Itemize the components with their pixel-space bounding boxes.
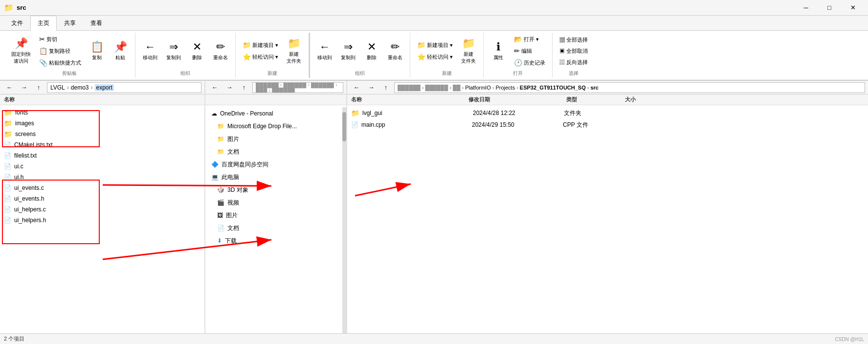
maximize-button[interactable]: □: [818, 0, 841, 16]
picture-icon: 🖼: [217, 212, 223, 219]
middle-up-button[interactable]: ↑: [238, 82, 250, 93]
new-item-label-left: 新建项目 ▾: [252, 42, 278, 49]
middle-back-button[interactable]: ←: [208, 82, 221, 93]
new-item-button-right[interactable]: 📁 新建项目 ▾: [414, 40, 456, 50]
nav-item-video[interactable]: 🎬 视频: [205, 196, 342, 209]
invert-select-button[interactable]: ▤ 反向选择: [556, 57, 591, 68]
delete-button-r[interactable]: ✕ 删除: [361, 36, 382, 66]
list-item[interactable]: 📄 ui_helpers.c: [0, 204, 204, 215]
cut-button[interactable]: ✂ 剪切: [36, 34, 84, 45]
nav-item-picture[interactable]: 🖼 图片: [205, 209, 342, 222]
nav-item-label: 图片: [227, 135, 239, 143]
tab-home[interactable]: 主页: [30, 16, 57, 31]
copy-to-icon: ⇒: [169, 41, 178, 53]
right-path-sep5: ›: [516, 85, 518, 91]
pin-button[interactable]: 📌 固定到快速访问: [8, 36, 34, 66]
list-item[interactable]: 📁 images: [0, 118, 204, 129]
tab-share[interactable]: 共享: [57, 16, 83, 31]
close-button[interactable]: ✕: [842, 0, 864, 16]
right-file-list[interactable]: 📁 lvgl_gui 2024/4/28 12:22 文件夹 📄 main.cp…: [347, 105, 868, 339]
open-label: 打开 ▾: [524, 36, 539, 43]
rename-button[interactable]: ✏ 重命名: [210, 36, 231, 66]
nav-item-label: 文档: [227, 148, 239, 156]
list-item[interactable]: 📄 CMakeLists.txt: [0, 139, 204, 150]
nav-item-label: 此电脑: [222, 173, 239, 182]
table-row[interactable]: 📁 lvgl_gui 2024/4/28 12:22 文件夹: [347, 107, 868, 119]
docs-folder-icon: 📁: [217, 148, 224, 155]
right-forward-button[interactable]: →: [365, 82, 378, 93]
left-forward-button[interactable]: →: [18, 82, 30, 93]
col-header-date[interactable]: 修改日期: [468, 96, 556, 103]
nav-item-pc[interactable]: 💻 此电脑: [205, 171, 342, 183]
right-up-button[interactable]: ↑: [379, 82, 392, 93]
copy-button[interactable]: 📋 复制: [86, 36, 108, 66]
move-to-icon-r: ←: [319, 41, 330, 53]
move-to-button[interactable]: ← 移动到: [139, 36, 161, 66]
left-back-button[interactable]: ←: [3, 82, 16, 93]
nav-item-3d[interactable]: 🎲 3D 对象: [205, 183, 342, 196]
nav-item-onedrive[interactable]: ☁ OneDrive - Personal: [205, 107, 342, 120]
copy-to-button[interactable]: ⇒ 复制到: [163, 36, 184, 66]
delete-icon: ✕: [193, 41, 201, 53]
nav-item-label: 视频: [227, 199, 239, 207]
paste-shortcut-button[interactable]: 📎 粘贴快捷方式: [36, 57, 84, 68]
nav-item-pics[interactable]: 📁 图片: [205, 133, 342, 145]
left-file-list[interactable]: 📁 fonts 📁 images 📁 screens 📄 CMakeLists.…: [0, 105, 204, 339]
middle-forward-button[interactable]: →: [223, 82, 236, 93]
new-folder-icon: 📁: [288, 37, 301, 50]
document-icon: 📄: [217, 225, 224, 231]
new-item-button-left[interactable]: 📁 新建项目 ▾: [240, 40, 281, 50]
table-row[interactable]: 📄 main.cpp 2024/4/29 15:50 CPP 文件: [347, 119, 868, 131]
new-folder-button[interactable]: 📁 新建文件夹: [283, 36, 305, 66]
nav-item-docs[interactable]: 📁 文档: [205, 145, 342, 158]
delete-button[interactable]: ✕ 删除: [186, 36, 208, 66]
left-up-button[interactable]: ↑: [32, 82, 45, 93]
copy-path-button[interactable]: 📋 复制路径: [36, 46, 84, 56]
nav-item-download[interactable]: ⬇ 下载: [205, 234, 342, 247]
col-header-type[interactable]: 类型: [566, 96, 615, 103]
new-item-icon-left: 📁: [243, 41, 251, 49]
nav-item-baidu[interactable]: 🔷 百度网盘同步空间: [205, 158, 342, 171]
right-address-path[interactable]: ██████ › ██████ › ██ › PlatformIO › Proj…: [394, 82, 865, 93]
middle-scrollbar-thumb[interactable]: [342, 112, 346, 141]
move-to-button-r[interactable]: ← 移动到: [314, 36, 335, 66]
edit-button[interactable]: ✏ 编辑: [511, 46, 548, 56]
paste-button[interactable]: 📌 粘贴: [110, 36, 131, 66]
right-back-button[interactable]: ←: [350, 82, 363, 93]
new-folder-button-r[interactable]: 📁 新建文件夹: [458, 36, 479, 66]
nav-item-edge[interactable]: 📁 Microsoft Edge Drop File...: [205, 120, 342, 133]
properties-button[interactable]: ℹ 属性: [488, 36, 509, 66]
list-item[interactable]: 📁 screens: [0, 129, 204, 139]
file-date: 2024/4/28 12:22: [473, 110, 561, 116]
middle-address-path[interactable]: ██████ › ██████ › ██████ › ███ › ██████: [252, 82, 343, 93]
easy-access-button-right[interactable]: ⭐ 轻松访问 ▾: [414, 51, 456, 62]
list-item[interactable]: 📄 ui.c: [0, 161, 204, 172]
list-item[interactable]: 📄 filelist.txt: [0, 150, 204, 161]
col-header-name[interactable]: 名称: [351, 96, 459, 103]
right-path-sep1: ›: [422, 85, 424, 91]
easy-access-button-left[interactable]: ⭐ 轻松访问 ▾: [240, 51, 281, 62]
copy-to-button-r[interactable]: ⇒ 复制到: [337, 36, 359, 66]
list-item[interactable]: 📄 ui_events.h: [0, 193, 204, 204]
history-button[interactable]: 🕐 历史记录: [511, 57, 548, 68]
rename-button-r[interactable]: ✏ 重命名: [384, 36, 406, 66]
new-col-r: 📁 新建项目 ▾ ⭐ 轻松访问 ▾: [414, 40, 456, 62]
select-all-button[interactable]: ▦ 全部选择: [556, 35, 591, 45]
tab-file[interactable]: 文件: [4, 16, 30, 31]
deselect-all-button[interactable]: ▣ 全部取消: [556, 46, 591, 56]
nav-item-document[interactable]: 📄 文档: [205, 222, 342, 234]
list-item[interactable]: 📄 ui_helpers.h: [0, 215, 204, 226]
open-button[interactable]: 📂 打开 ▾: [511, 34, 548, 45]
left-address-path[interactable]: LVGL › demo3 › export: [47, 82, 201, 93]
nav-tree[interactable]: ☁ OneDrive - Personal 📁 Microsoft Edge D…: [205, 105, 346, 339]
tab-view[interactable]: 查看: [83, 16, 110, 31]
list-item[interactable]: 📄 ui_events.c: [0, 183, 204, 193]
file-icon: 📄: [4, 174, 11, 181]
list-item[interactable]: 📄 ui.h: [0, 172, 204, 183]
list-item[interactable]: 📁 fonts: [0, 107, 204, 118]
minimize-button[interactable]: ─: [795, 0, 817, 16]
middle-scrollbar[interactable]: [342, 107, 346, 337]
middle-path-text: ██████ › ██████ › ██████ › ███ › ██████: [256, 82, 340, 93]
select-all-label: ▦ 全部选择: [559, 36, 588, 44]
col-header-size[interactable]: 大小: [625, 96, 664, 103]
